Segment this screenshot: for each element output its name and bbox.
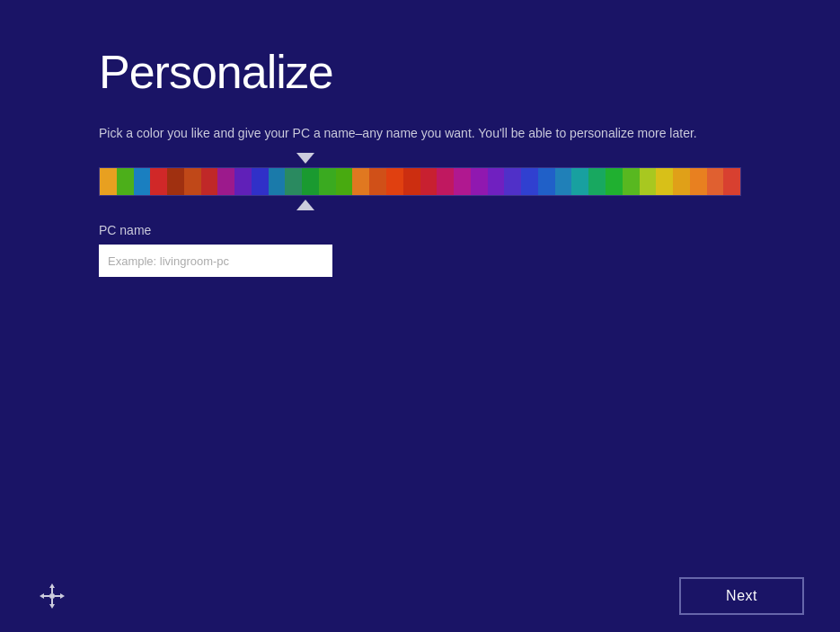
- color-swatch[interactable]: [386, 168, 403, 195]
- color-swatch[interactable]: [571, 168, 588, 195]
- color-swatch[interactable]: [454, 168, 471, 195]
- color-arrow-top: [296, 153, 314, 164]
- svg-rect-4: [51, 599, 53, 604]
- svg-marker-5: [40, 593, 44, 599]
- color-swatch[interactable]: [640, 168, 657, 195]
- color-swatch[interactable]: [117, 168, 134, 195]
- color-swatch[interactable]: [673, 168, 690, 195]
- color-swatch[interactable]: [690, 168, 707, 195]
- color-swatch[interactable]: [656, 168, 673, 195]
- color-swatch[interactable]: [538, 168, 555, 195]
- color-swatch[interactable]: [319, 168, 336, 195]
- color-swatch[interactable]: [369, 168, 386, 195]
- color-swatch[interactable]: [269, 168, 286, 195]
- svg-rect-6: [44, 595, 49, 597]
- color-swatch[interactable]: [723, 168, 740, 195]
- color-strip: [99, 167, 741, 196]
- next-button[interactable]: Next: [679, 577, 804, 615]
- description-text: Pick a color you like and give your PC a…: [99, 126, 741, 140]
- color-swatch[interactable]: [437, 168, 454, 195]
- color-swatch[interactable]: [134, 168, 151, 195]
- color-swatch[interactable]: [488, 168, 505, 195]
- page-title: Personalize: [99, 45, 741, 99]
- color-swatch[interactable]: [420, 168, 438, 195]
- svg-rect-8: [55, 595, 60, 597]
- color-swatch[interactable]: [403, 168, 420, 195]
- svg-marker-3: [49, 604, 55, 609]
- color-swatch[interactable]: [285, 168, 302, 195]
- color-swatch[interactable]: [217, 168, 234, 195]
- color-swatch[interactable]: [471, 168, 488, 195]
- color-swatch[interactable]: [184, 168, 201, 195]
- pc-name-section: PC name: [99, 223, 741, 277]
- color-swatch[interactable]: [521, 168, 538, 195]
- svg-marker-1: [49, 583, 55, 588]
- main-content: Personalize Pick a color you like and gi…: [0, 0, 840, 277]
- color-swatch[interactable]: [588, 168, 606, 195]
- color-swatch[interactable]: [150, 168, 167, 195]
- color-swatch[interactable]: [234, 168, 252, 195]
- color-swatch[interactable]: [606, 168, 623, 195]
- color-swatch[interactable]: [504, 168, 521, 195]
- bottom-bar: Next: [0, 560, 840, 632]
- svg-marker-7: [60, 593, 65, 599]
- color-swatch[interactable]: [623, 168, 640, 195]
- color-arrow-bottom: [296, 200, 314, 210]
- color-swatch[interactable]: [555, 168, 572, 195]
- color-swatch[interactable]: [352, 168, 369, 195]
- svg-point-0: [49, 593, 55, 599]
- color-swatch[interactable]: [336, 168, 353, 195]
- pc-name-label: PC name: [99, 223, 741, 237]
- accessibility-icon[interactable]: [36, 580, 68, 612]
- pc-name-input[interactable]: [99, 245, 332, 277]
- svg-rect-2: [51, 588, 53, 593]
- color-swatch[interactable]: [252, 168, 269, 195]
- color-swatch[interactable]: [201, 168, 218, 195]
- color-swatch[interactable]: [167, 168, 184, 195]
- color-swatch[interactable]: [707, 168, 724, 195]
- accessibility-svg: [36, 580, 68, 612]
- color-swatch[interactable]: [302, 168, 319, 195]
- color-swatch[interactable]: [100, 168, 117, 195]
- color-picker-container: [99, 167, 741, 196]
